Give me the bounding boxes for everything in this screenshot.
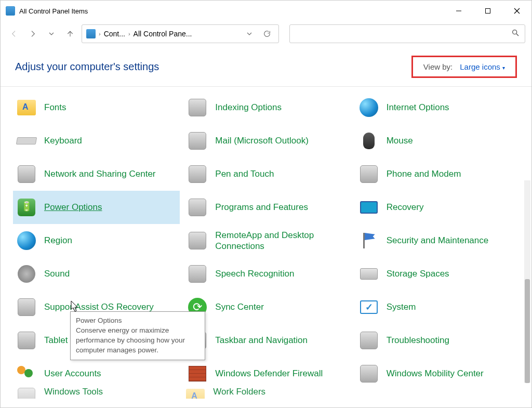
item-label: Network and Sharing Center [44, 168, 156, 179]
item-troubleshooting[interactable]: Troubleshooting [355, 324, 522, 357]
item-fonts[interactable]: Fonts [13, 91, 180, 124]
item-windows-tools[interactable]: Windows Tools [13, 386, 178, 399]
troubleshooting-icon [358, 330, 379, 351]
forward-button[interactable] [25, 27, 40, 41]
scrollbar-thumb[interactable] [525, 279, 530, 383]
item-taskbar-navigation[interactable]: Taskbar and Navigation [184, 324, 351, 357]
control-panel-icon [86, 29, 96, 38]
item-work-folders[interactable]: Work Folders [182, 386, 347, 399]
view-by-dropdown[interactable]: Large icons ▾ [460, 62, 505, 71]
item-mouse[interactable]: Mouse [355, 124, 522, 157]
control-panel-icon [6, 6, 15, 16]
search-box[interactable] [289, 24, 525, 43]
fonts-icon [16, 97, 37, 118]
keyboard-icon [16, 130, 37, 151]
storage-spaces-icon [358, 264, 379, 284]
item-label: Internet Options [387, 102, 449, 113]
item-label: Windows Defender Firewall [215, 368, 323, 379]
item-system[interactable]: System [355, 291, 522, 324]
system-icon [358, 297, 379, 318]
item-label: Phone and Modem [387, 168, 461, 179]
item-label: RemoteApp and Desktop Connections [215, 230, 348, 252]
item-label: Mail (Microsoft Outlook) [215, 135, 308, 146]
breadcrumb-part[interactable]: Cont... [104, 30, 125, 38]
tooltip: Power Options Conserve energy or maximiz… [70, 311, 205, 360]
page-title: Adjust your computer's settings [15, 61, 159, 73]
phone-modem-icon [358, 164, 379, 185]
minimize-button[interactable] [444, 1, 473, 21]
item-label: Indexing Options [215, 102, 282, 113]
address-bar[interactable]: › Cont... › All Control Pane... [82, 24, 279, 43]
item-label: Storage Spaces [387, 268, 449, 279]
item-label: Fonts [44, 102, 66, 113]
item-mail[interactable]: Mail (Microsoft Outlook) [184, 124, 351, 157]
item-user-accounts[interactable]: User Accounts [13, 357, 180, 390]
windows-mobility-center-icon [358, 363, 379, 384]
user-accounts-icon [16, 363, 37, 384]
item-windows-defender-firewall[interactable]: Windows Defender Firewall [184, 357, 351, 390]
supportassist-os-recovery-icon [16, 297, 37, 318]
tooltip-body: Conserve energy or maximize performance … [76, 326, 200, 356]
item-label: Region [44, 235, 72, 246]
recent-dropdown[interactable] [44, 27, 59, 41]
item-sync-center[interactable]: ⟳Sync Center [184, 291, 351, 324]
up-button[interactable] [63, 27, 77, 41]
back-button[interactable] [7, 27, 21, 41]
item-label: Keyboard [44, 135, 82, 146]
chevron-right-icon: › [99, 31, 101, 37]
window-title: All Control Panel Items [19, 7, 444, 15]
pen-and-touch-icon [187, 164, 208, 185]
close-button[interactable] [502, 1, 531, 21]
internet-options-icon [358, 97, 379, 118]
cutoff-row: Windows Tools Work Folders [13, 386, 516, 399]
power-options-icon [16, 197, 37, 218]
programs-and-features-icon [187, 197, 208, 218]
item-programs-and-features[interactable]: Programs and Features [184, 191, 351, 224]
item-label: Taskbar and Navigation [215, 335, 308, 346]
item-label: Security and Maintenance [387, 235, 489, 246]
item-speech-recognition[interactable]: Speech Recognition [184, 257, 351, 291]
mouse-icon [358, 130, 379, 151]
item-label: Windows Mobility Center [387, 368, 484, 379]
breadcrumb-part[interactable]: All Control Pane... [134, 30, 192, 38]
titlebar: All Control Panel Items [1, 1, 531, 21]
item-label: Pen and Touch [215, 168, 274, 179]
network-sharing-center-icon [16, 164, 37, 185]
item-windows-mobility-center[interactable]: Windows Mobility Center [355, 357, 522, 390]
item-label: Programs and Features [215, 202, 308, 213]
item-label: Power Options [44, 202, 102, 213]
maximize-button[interactable] [473, 1, 502, 21]
refresh-button[interactable] [260, 27, 274, 41]
item-network-sharing-center[interactable]: Network and Sharing Center [13, 157, 180, 191]
item-sound[interactable]: Sound [13, 257, 180, 291]
item-label: Sync Center [215, 301, 264, 312]
item-keyboard[interactable]: Keyboard [13, 124, 180, 157]
item-power-options[interactable]: Power Options [13, 191, 180, 224]
svg-point-4 [513, 30, 517, 34]
header-row: Adjust your computer's settings View by:… [1, 46, 531, 87]
item-label: System [387, 301, 416, 312]
content-area: FontsIndexing OptionsInternet OptionsKey… [1, 87, 531, 399]
item-label: Sound [44, 268, 70, 279]
search-icon [511, 29, 520, 39]
item-recovery[interactable]: Recovery [355, 191, 522, 224]
indexing-options-icon [187, 97, 208, 118]
navbar: › Cont... › All Control Pane... [1, 21, 531, 46]
item-label: Recovery [387, 202, 424, 213]
mail-icon [187, 130, 208, 151]
item-indexing-options[interactable]: Indexing Options [184, 91, 351, 124]
tooltip-title: Power Options [76, 316, 200, 326]
address-dropdown[interactable] [242, 27, 257, 41]
item-region[interactable]: Region [13, 224, 180, 257]
item-internet-options[interactable]: Internet Options [355, 91, 522, 124]
item-phone-modem[interactable]: Phone and Modem [355, 157, 522, 191]
security-maintenance-icon [358, 230, 379, 251]
item-remoteapp[interactable]: RemoteApp and Desktop Connections [184, 224, 351, 257]
item-pen-and-touch[interactable]: Pen and Touch [184, 157, 351, 191]
window-controls [444, 1, 531, 21]
item-storage-spaces[interactable]: Storage Spaces [355, 257, 522, 291]
svg-rect-1 [486, 9, 490, 14]
remoteapp-icon [187, 230, 208, 251]
vertical-scrollbar[interactable] [524, 180, 530, 383]
item-security-maintenance[interactable]: Security and Maintenance [355, 224, 522, 257]
